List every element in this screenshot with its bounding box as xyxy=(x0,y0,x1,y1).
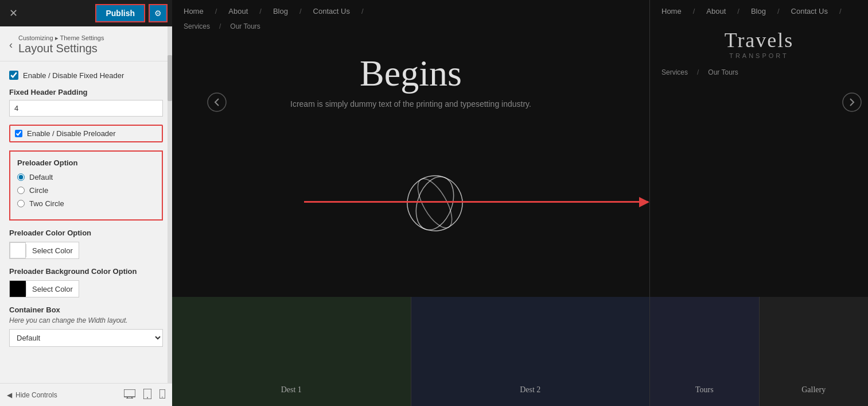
our-tours-link-r: Our Tours xyxy=(708,68,738,76)
radio-two-circle-label: Two Circle xyxy=(29,199,64,208)
our-tours-link: Our Tours xyxy=(230,22,260,30)
back-button[interactable]: ‹ xyxy=(9,39,13,51)
svg-point-9 xyxy=(400,169,469,238)
bottom-bar: ◀ Hide Controls xyxy=(0,383,172,406)
svg-point-10 xyxy=(409,171,460,235)
arrow-line xyxy=(304,201,648,203)
image-cell-2: Dest 2 xyxy=(411,297,650,406)
scroll-thumb xyxy=(168,55,172,101)
preloader-bg-color-row: Preloader Background Color Option Select… xyxy=(9,267,163,297)
preloader-option-box: Preloader Option Default Circle Two Circ… xyxy=(9,150,163,221)
preloader-animation xyxy=(400,169,469,238)
preloader-color-swatch xyxy=(10,242,26,258)
svg-point-7 xyxy=(162,396,163,397)
svg-point-5 xyxy=(147,397,148,398)
radio-circle-row: Circle xyxy=(17,186,155,195)
fixed-header-checkbox[interactable] xyxy=(9,71,18,80)
container-box-title: Container Box xyxy=(9,306,163,314)
travels-subtitle: transport xyxy=(650,52,868,59)
breadcrumb: Customizing ▸ Theme Settings xyxy=(18,34,104,42)
travels-title: Travels xyxy=(650,28,868,52)
services-link-r: Services xyxy=(661,68,688,76)
mobile-view-button[interactable] xyxy=(159,389,165,401)
nav-sep-4: / xyxy=(361,7,364,16)
preloader-checkbox[interactable] xyxy=(15,130,22,137)
nav-about: About xyxy=(228,7,248,16)
fixed-header-padding-label: Fixed Header Padding xyxy=(9,88,163,96)
fixed-header-label: Enable / Disable Fixed Header xyxy=(23,71,124,80)
preloader-color-title: Preloader Color Option xyxy=(9,229,163,237)
image-cell-1: Dest 1 xyxy=(172,297,411,406)
site-nav-right: Home / About / Blog / Contact Us / xyxy=(650,0,868,22)
fixed-header-padding-row: Fixed Header Padding xyxy=(9,88,163,117)
image-label-1: Dest 1 xyxy=(281,385,302,395)
fixed-header-row: Enable / Disable Fixed Header xyxy=(9,71,163,80)
hide-controls-icon: ◀ xyxy=(7,391,12,399)
radio-circle-label: Circle xyxy=(29,186,48,195)
container-box-row: Container Box Here you can change the Wi… xyxy=(9,306,163,347)
fixed-header-padding-input[interactable] xyxy=(9,100,163,117)
svg-point-11 xyxy=(411,173,458,233)
preview-area: Home / About / Blog / Contact Us / Servi… xyxy=(172,0,868,406)
preloader-checkbox-row: Enable / Disable Preloader xyxy=(9,125,163,142)
breadcrumb-block: Customizing ▸ Theme Settings Layout Sett… xyxy=(18,34,104,55)
preloader-bg-color-btn-label: Select Color xyxy=(26,283,79,296)
preloader-bg-color-button[interactable]: Select Color xyxy=(9,280,79,297)
sidebar: ✕ Publish ⚙ ‹ Customizing ▸ Theme Settin… xyxy=(0,0,172,406)
nav-blog: Blog xyxy=(273,7,288,16)
top-bar: ✕ Publish ⚙ xyxy=(0,0,172,26)
svg-point-8 xyxy=(208,93,226,111)
tablet-view-button[interactable] xyxy=(143,389,151,401)
panel-title: Layout Settings xyxy=(18,42,104,55)
radio-two-circle[interactable] xyxy=(17,200,25,207)
radio-two-circle-row: Two Circle xyxy=(17,199,155,208)
site-preview-left: Home / About / Blog / Contact Us / Servi… xyxy=(172,0,650,406)
svg-point-12 xyxy=(843,93,861,111)
preloader-bg-color-title: Preloader Background Color Option xyxy=(9,267,163,276)
preloader-color-row: Preloader Color Option Select Color xyxy=(9,229,163,259)
hero-subtitle: Icream is simply dummy text of the print… xyxy=(195,99,626,109)
services-nav-left: Services / Our Tours xyxy=(172,22,649,30)
radio-default-label: Default xyxy=(29,173,53,181)
image-grid-left: Dest 1 Dest 2 xyxy=(172,297,649,406)
right-arrow-icon xyxy=(842,92,862,114)
nav-r-blog: Blog xyxy=(751,7,766,16)
preloader-color-btn-label: Select Color xyxy=(26,244,79,257)
radio-default-row: Default xyxy=(17,173,155,181)
nav-contact: Contact Us xyxy=(313,7,350,16)
nav-home: Home xyxy=(184,7,204,16)
preloader-bg-color-swatch xyxy=(10,281,26,297)
red-arrow xyxy=(304,201,648,203)
image-label-r2: Gallery xyxy=(801,385,826,395)
services-nav-right: Services / Our Tours xyxy=(650,68,868,76)
travels-header: Travels transport xyxy=(650,22,868,65)
image-label-r1: Tours xyxy=(695,385,714,395)
nav-sep-2: / xyxy=(259,7,262,16)
scroll-track[interactable] xyxy=(168,26,172,383)
hide-controls-button[interactable]: ◀ Hide Controls xyxy=(7,391,57,399)
nav-sep-3: / xyxy=(299,7,302,16)
panel-header: ‹ Customizing ▸ Theme Settings Layout Se… xyxy=(0,26,172,61)
radio-circle[interactable] xyxy=(17,187,25,194)
publish-button[interactable]: Publish xyxy=(95,4,145,22)
left-arrow-icon xyxy=(207,92,227,114)
gear-button[interactable]: ⚙ xyxy=(149,4,168,22)
radio-default[interactable] xyxy=(17,173,25,181)
image-label-2: Dest 2 xyxy=(520,385,540,395)
hero-title: Begins xyxy=(195,53,626,94)
container-box-select[interactable]: Default xyxy=(9,329,163,347)
nav-r-contact: Contact Us xyxy=(791,7,828,16)
nav-sep-1: / xyxy=(215,7,217,16)
image-cell-r1: Tours xyxy=(650,297,760,406)
view-icons xyxy=(124,389,165,401)
preloader-color-button[interactable]: Select Color xyxy=(9,242,79,259)
hide-controls-label: Hide Controls xyxy=(15,391,57,399)
desktop-view-button[interactable] xyxy=(124,389,135,401)
container-box-desc: Here you can change the Width layout. xyxy=(9,316,163,324)
site-preview-right: Home / About / Blog / Contact Us / Trave… xyxy=(650,0,868,406)
panel-content[interactable]: Enable / Disable Fixed Header Fixed Head… xyxy=(0,61,172,383)
preloader-checkbox-label: Enable / Disable Preloader xyxy=(27,129,116,138)
nav-r-home: Home xyxy=(661,7,682,16)
image-cell-r2: Gallery xyxy=(760,297,869,406)
close-button[interactable]: ✕ xyxy=(5,6,22,21)
